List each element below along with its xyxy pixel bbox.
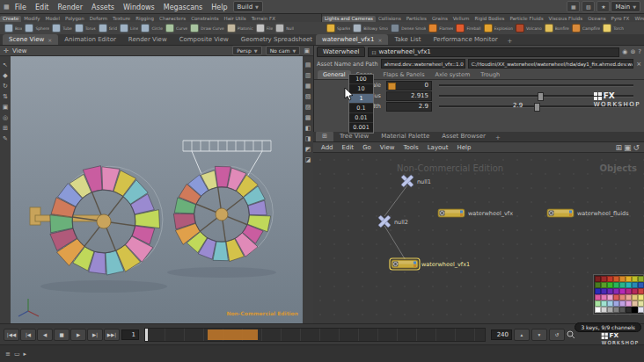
color-swatch[interactable]: [595, 300, 601, 307]
shelf-left-tool-platonic[interactable]: Platonic: [227, 24, 253, 33]
shelf-left-tab-rigging[interactable]: Rigging: [133, 16, 157, 22]
display-toggle-icon[interactable]: ▧: [305, 93, 311, 100]
node-path-field[interactable]: ⊡ waterwheel_vfx1: [368, 47, 619, 57]
color-swatch[interactable]: [638, 307, 644, 313]
color-swatch[interactable]: [626, 276, 632, 282]
color-swatch[interactable]: [626, 282, 632, 288]
operator-type-tab[interactable]: Waterwheel: [317, 47, 365, 57]
translate-tool-icon[interactable]: ⇅: [3, 93, 8, 100]
shelf-right-tool-dense-smoke[interactable]: Dense Smoke: [391, 24, 426, 33]
shelf-right-tool-flames[interactable]: Flames: [428, 24, 453, 33]
color-swatch[interactable]: [638, 282, 644, 288]
display-toggle-icon[interactable]: ▨: [305, 104, 311, 111]
color-swatch[interactable]: [613, 288, 619, 294]
color-swatch[interactable]: [613, 276, 619, 282]
color-swatch[interactable]: [626, 294, 632, 300]
left-pane-tab-composite-view[interactable]: Composite View: [173, 34, 235, 45]
update-mode-icon[interactable]: ▸: [24, 351, 27, 358]
node-waterwheel_fluids[interactable]: waterwheel_fluids: [547, 209, 629, 217]
pin-icon[interactable]: ◉: [622, 48, 627, 55]
color-swatch[interactable]: [638, 294, 644, 300]
clear-icon[interactable]: ×: [636, 61, 641, 68]
transport-button[interactable]: |◀◀: [4, 329, 19, 341]
right-pane-tab-take-list[interactable]: Take List: [388, 34, 427, 45]
slider-handle[interactable]: [534, 103, 540, 112]
color-swatch[interactable]: [632, 294, 638, 300]
shelf-right-tab-viscous-fluids[interactable]: Viscous Fluids: [546, 16, 586, 22]
desktop-select[interactable]: Build ▼: [233, 1, 263, 12]
frame-step-down-icon[interactable]: ▾: [531, 329, 547, 341]
left-pane-tab-scene-view[interactable]: Scene View×: [3, 34, 58, 45]
shelf-right-tab-wires[interactable]: Wires: [632, 16, 644, 22]
color-swatch[interactable]: [613, 282, 619, 288]
right-pane-tab-waterwheel-vfx1[interactable]: waterwheel_vfx1×: [316, 34, 388, 45]
network-view-tab[interactable]: ⊞: [316, 132, 333, 141]
node-null1[interactable]: null1: [401, 175, 431, 187]
color-swatch[interactable]: [601, 288, 607, 294]
color-swatch[interactable]: [607, 307, 613, 313]
snap-icon[interactable]: ▣: [3, 104, 9, 111]
param-slider[interactable]: 2.9: [439, 103, 633, 110]
ladder-step[interactable]: 1: [349, 94, 373, 104]
color-swatch[interactable]: [601, 300, 607, 307]
menu-windows[interactable]: Windows: [119, 4, 159, 11]
shelf-right-tab-lights-and-cameras[interactable]: Lights and Cameras: [322, 16, 376, 22]
handles-tool-icon[interactable]: ◆: [3, 72, 7, 79]
color-swatch[interactable]: [601, 294, 607, 300]
color-swatch[interactable]: [595, 288, 601, 294]
end-frame-field[interactable]: 240: [491, 329, 512, 340]
param-value-field[interactable]: 2.915: [386, 91, 432, 101]
color-swatch[interactable]: [619, 300, 626, 307]
menu-file[interactable]: File: [11, 4, 31, 11]
shelf-right-tab-oceans[interactable]: Oceans: [585, 16, 608, 22]
color-swatch[interactable]: [619, 288, 626, 294]
shelf-right-tool-torch[interactable]: Torch: [603, 24, 624, 33]
color-swatch[interactable]: [638, 288, 644, 294]
snapshot-icon[interactable]: ▣: [304, 47, 310, 54]
color-swatch[interactable]: [632, 288, 638, 294]
transport-button[interactable]: ■: [54, 329, 70, 341]
transport-button[interactable]: ◀: [37, 329, 53, 341]
shelf-right-tab-grains[interactable]: Grains: [429, 16, 450, 22]
shelf-left-tab-hair-utils[interactable]: Hair Utils: [222, 16, 249, 22]
color-swatch[interactable]: [619, 282, 626, 288]
viewport-canvas[interactable]: Non-Commercial Edition: [11, 56, 303, 323]
display-toggle-icon[interactable]: ▦: [305, 83, 311, 90]
color-swatch[interactable]: [613, 307, 619, 313]
folder-tab-axle-system[interactable]: Axle system: [430, 70, 476, 79]
help-icon[interactable]: ?: [638, 48, 641, 55]
node-null2[interactable]: null2: [378, 215, 408, 228]
color-swatch[interactable]: [626, 300, 632, 307]
network-toolbar-icon[interactable]: ⊞: [615, 143, 622, 152]
left-pane-tab-animation-editor[interactable]: Animation Editor: [58, 34, 122, 45]
shelf-left-tool-tube[interactable]: Tube: [52, 24, 72, 33]
menu-assets[interactable]: Assets: [87, 4, 119, 11]
pane-tab-material-palette[interactable]: Material Palette: [375, 132, 435, 141]
color-swatch[interactable]: [607, 282, 613, 288]
menu-help[interactable]: Help: [207, 4, 231, 11]
network-toolbar-icon[interactable]: ▣: [624, 143, 632, 152]
timeline-track[interactable]: [144, 328, 486, 342]
ladder-step[interactable]: 0.01: [349, 113, 373, 123]
grid-icon[interactable]: ⊞: [3, 125, 8, 132]
netmenu-go[interactable]: Go: [359, 144, 375, 151]
display-toggle-icon[interactable]: ◪: [305, 156, 311, 163]
shelf-right-tool-billowy-smoke[interactable]: Billowy Smoke: [353, 24, 388, 33]
color-swatch[interactable]: [607, 276, 613, 282]
display-toggle-icon[interactable]: ◧: [305, 125, 311, 132]
value-ladder-popup[interactable]: 1001010.10.010.001: [348, 74, 374, 134]
netmenu-edit[interactable]: Edit: [339, 144, 358, 151]
display-toggle-icon[interactable]: ▤: [305, 62, 311, 69]
color-swatch[interactable]: [613, 294, 619, 300]
shelf-left-tab-model[interactable]: Model: [43, 16, 63, 22]
shelf-left-tool-circle[interactable]: Circle: [141, 24, 163, 33]
view-tool-icon[interactable]: ◎: [3, 114, 8, 121]
shelf-left-tool-file[interactable]: File: [256, 24, 274, 33]
camera-select[interactable]: No cam ▼: [266, 46, 301, 55]
netmenu-add[interactable]: Add: [318, 144, 337, 151]
shelf-left-tool-grid[interactable]: Grid: [99, 24, 117, 33]
shelf-left-tool-box[interactable]: Box: [4, 24, 22, 33]
ladder-step[interactable]: 10: [349, 84, 373, 94]
shelf-right-tab-particle-fluids[interactable]: Particle Fluids: [507, 16, 545, 22]
shelf-left-tab-polygon[interactable]: Polygon: [62, 16, 87, 22]
